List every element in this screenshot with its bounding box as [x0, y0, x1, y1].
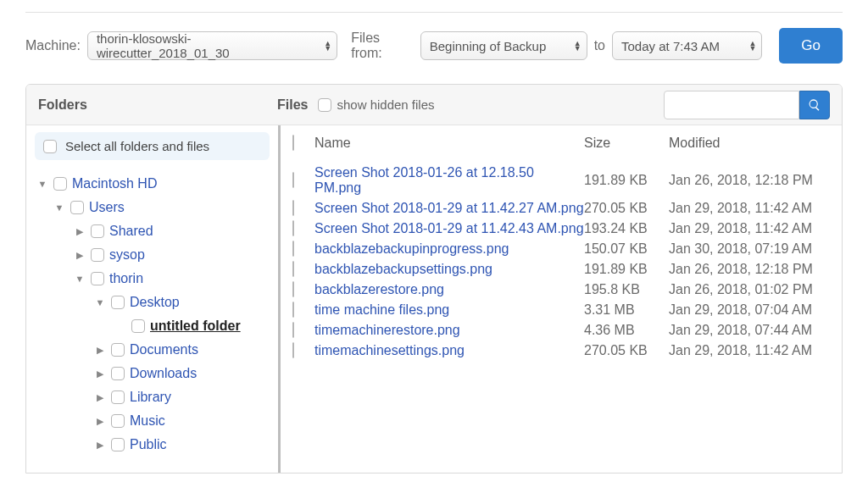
file-size: 191.89 KB [584, 173, 669, 188]
file-size: 193.24 KB [584, 221, 669, 236]
select-all-row[interactable]: Select all folders and files [35, 132, 270, 160]
file-size: 270.05 KB [584, 343, 669, 358]
folder-row[interactable]: untitled folder [26, 314, 278, 338]
chevron-right-icon[interactable]: ▶ [94, 413, 106, 429]
chevron-right-icon[interactable]: ▶ [74, 246, 86, 263]
file-checkbox[interactable] [292, 220, 294, 236]
folder-row[interactable]: ▼Macintosh HD [26, 172, 278, 196]
folders-pane: Select all folders and files ▼Macintosh … [26, 125, 281, 473]
folder-row[interactable]: ▶Public [26, 433, 278, 457]
chevron-down-icon[interactable]: ▼ [36, 175, 48, 192]
file-modified: Jan 29, 2018, 11:42 AM [669, 221, 830, 236]
folder-checkbox[interactable] [70, 201, 84, 214]
updown-icon: ▲▼ [574, 41, 581, 51]
updown-icon: ▲▼ [324, 41, 331, 51]
file-name: timemachinesettings.png [314, 343, 584, 358]
files-title: Files [277, 97, 308, 113]
file-row[interactable]: backblazebackupinprogress.png150.07 KBJa… [292, 239, 830, 259]
folder-tree: ▼Macintosh HD▼Users▶Shared▶sysop▼thorin▼… [26, 167, 278, 473]
folder-checkbox[interactable] [111, 438, 125, 451]
file-checkbox[interactable] [292, 342, 294, 358]
folder-row[interactable]: ▶Music [26, 409, 278, 433]
file-modified: Jan 26, 2018, 12:18 PM [669, 173, 830, 188]
folder-label: Desktop [130, 294, 180, 311]
show-hidden-toggle[interactable]: show hidden files [318, 97, 434, 112]
from-select[interactable]: Beginning of Backup ▲▼ [420, 31, 587, 60]
file-checkbox[interactable] [292, 322, 294, 338]
folder-row[interactable]: ▶Shared [26, 219, 278, 243]
chevron-down-icon[interactable]: ▼ [74, 270, 86, 287]
panel-body: Select all folders and files ▼Macintosh … [26, 125, 842, 473]
folder-checkbox[interactable] [111, 296, 125, 309]
col-name[interactable]: Name [314, 136, 584, 151]
file-row[interactable]: backblazerestore.png195.8 KBJan 26, 2018… [292, 280, 830, 300]
file-checkbox[interactable] [292, 172, 294, 188]
folder-row[interactable]: ▶Downloads [26, 362, 278, 385]
file-size: 270.05 KB [584, 201, 669, 216]
to-select[interactable]: Today at 7:43 AM ▲▼ [612, 31, 762, 60]
restore-panel: Folders Files show hidden files Select a… [25, 84, 843, 474]
col-modified[interactable]: Modified [669, 136, 830, 151]
from-select-value: Beginning of Backup [430, 39, 547, 53]
file-row[interactable]: Screen Shot 2018-01-29 at 11.42.43 AM.pn… [292, 219, 830, 239]
chevron-down-icon[interactable]: ▼ [94, 294, 106, 311]
folder-checkbox[interactable] [91, 248, 104, 262]
folder-checkbox[interactable] [111, 414, 125, 428]
go-button[interactable]: Go [779, 28, 843, 64]
folder-row[interactable]: ▶Documents [26, 338, 278, 362]
file-row[interactable]: Screen Shot 2018-01-26 at 12.18.50 PM.pn… [292, 163, 830, 198]
to-select-value: Today at 7:43 AM [621, 39, 720, 53]
file-row[interactable]: Screen Shot 2018-01-29 at 11.42.27 AM.pn… [292, 198, 830, 219]
chevron-right-icon[interactable]: ▶ [94, 341, 106, 358]
file-name: backblazebackupsettings.png [314, 262, 584, 277]
folder-checkbox[interactable] [111, 390, 125, 404]
file-row[interactable]: backblazebackupsettings.png191.89 KBJan … [292, 259, 830, 280]
file-checkbox[interactable] [292, 281, 294, 297]
file-size: 150.07 KB [584, 241, 669, 257]
file-row[interactable]: timemachinerestore.png4.36 MBJan 29, 201… [292, 320, 830, 341]
search-input[interactable] [664, 91, 799, 119]
folder-label: untitled folder [150, 318, 241, 335]
search-button[interactable] [799, 91, 830, 119]
chevron-right-icon[interactable]: ▶ [94, 365, 106, 382]
folder-checkbox[interactable] [131, 319, 145, 333]
folder-label: sysop [109, 246, 145, 263]
chevron-right-icon[interactable]: ▶ [94, 436, 106, 453]
file-checkbox[interactable] [292, 261, 294, 277]
file-row[interactable]: timemachinesettings.png270.05 KBJan 29, … [292, 341, 830, 361]
select-all-label: Select all folders and files [65, 139, 209, 153]
chevron-right-icon[interactable]: ▶ [94, 389, 106, 406]
folder-checkbox[interactable] [111, 367, 125, 380]
folder-checkbox[interactable] [91, 272, 104, 285]
checkbox-icon [43, 140, 57, 153]
file-name: Screen Shot 2018-01-29 at 11.42.43 AM.pn… [314, 221, 584, 236]
file-checkbox[interactable] [292, 200, 294, 216]
machine-select[interactable]: thorin-klosowski-wirecutter_2018_01_30 ▲… [87, 31, 337, 60]
folder-label: Library [130, 389, 171, 406]
folder-row[interactable]: ▼thorin [26, 267, 278, 291]
folder-row[interactable]: ▼Users [26, 196, 278, 219]
folder-checkbox[interactable] [91, 224, 104, 238]
folder-label: thorin [109, 270, 143, 287]
chevron-down-icon[interactable]: ▼ [53, 199, 65, 216]
file-size: 195.8 KB [584, 282, 669, 297]
select-all-files-checkbox[interactable] [292, 135, 294, 151]
file-checkbox[interactable] [292, 241, 294, 257]
file-checkbox[interactable] [292, 302, 294, 318]
folder-row[interactable]: ▶sysop [26, 243, 278, 267]
file-size: 4.36 MB [584, 323, 669, 338]
folder-label: Music [130, 413, 165, 429]
file-row[interactable]: time machine files.png3.31 MBJan 29, 201… [292, 300, 830, 320]
col-size[interactable]: Size [584, 136, 669, 151]
file-modified: Jan 30, 2018, 07:19 AM [669, 241, 830, 257]
updown-icon: ▲▼ [748, 41, 756, 51]
folder-row[interactable]: ▶Library [26, 385, 278, 409]
file-size: 3.31 MB [584, 302, 669, 318]
folder-checkbox[interactable] [53, 177, 67, 191]
folder-row[interactable]: ▼Desktop [26, 291, 278, 314]
folder-checkbox[interactable] [111, 343, 125, 357]
chevron-right-icon[interactable]: ▶ [74, 223, 86, 240]
folder-label: Macintosh HD [72, 175, 157, 192]
file-name: backblazerestore.png [314, 282, 584, 297]
file-name: backblazebackupinprogress.png [314, 241, 584, 257]
